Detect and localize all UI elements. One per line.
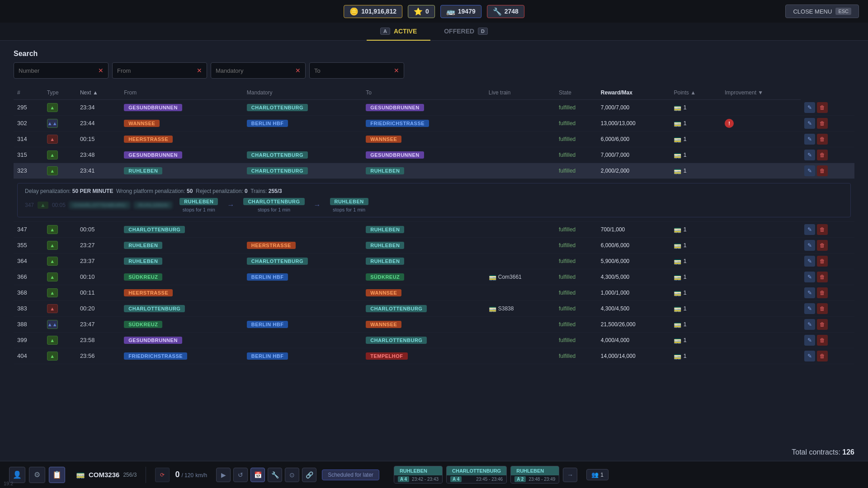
row-num: 388 [14, 316, 43, 332]
row-actions: ✎🗑 [801, 237, 854, 253]
to-input[interactable] [314, 67, 390, 74]
stop3-time: 23:48 - 23:49 [528, 477, 555, 482]
table-row[interactable]: 302 ▲▲ 23:44 Wannsee Berlin HBF Friedric… [14, 115, 854, 131]
row-points: 🚃1 [670, 285, 721, 300]
edit-button[interactable]: ✎ [804, 303, 815, 314]
link-button[interactable]: 🔗 [302, 468, 316, 482]
row-actions: ✎🗑 [801, 332, 854, 348]
money-icon: 🪙 [349, 7, 359, 16]
row-reward: 1,000/1,000 [597, 285, 670, 300]
resource2-icon: 🔧 [493, 7, 502, 16]
edit-button[interactable]: ✎ [804, 256, 815, 267]
col-from: From [120, 86, 243, 100]
mandatory-filter[interactable]: ✕ [211, 62, 306, 79]
table-row-selected[interactable]: 323 ▲ 23:41 Ruhleben Charlottenburg Ruhl… [14, 163, 854, 178]
to-clear-icon[interactable]: ✕ [390, 67, 399, 74]
row-num: 383 [14, 300, 43, 316]
delete-button[interactable]: 🗑 [817, 102, 828, 113]
to-badge: Gesundbrunnen [366, 104, 424, 111]
edit-button[interactable]: ✎ [804, 102, 815, 113]
nav-contracts-button[interactable]: 📋 [49, 467, 65, 483]
col-reward: Reward/Max [597, 86, 670, 100]
delete-button[interactable]: 🗑 [817, 150, 828, 160]
table-row[interactable]: 295 ▲ 23:34 Gesundbrunnen Charlottenburg… [14, 100, 854, 116]
col-points: Points ▲ [670, 86, 721, 100]
table-row[interactable]: 366 ▲ 00:10 Südkreuz Berlin HBF Südkreuz… [14, 269, 854, 285]
table-row[interactable]: 315 ▲ 23:48 Gesundbrunnen Charlottenburg… [14, 147, 854, 163]
mandatory-clear-icon[interactable]: ✕ [292, 67, 301, 74]
col-type: Type [43, 86, 76, 100]
delete-button[interactable]: 🗑 [817, 134, 828, 145]
delete-button[interactable]: 🗑 [817, 303, 828, 314]
nav-settings-button[interactable]: ⚙ [29, 467, 45, 483]
delete-button[interactable]: 🗑 [817, 272, 828, 282]
table-row[interactable]: 383 ▲ 00:20 Charlottenburg Charlottenbur… [14, 300, 854, 316]
delete-button[interactable]: 🗑 [817, 256, 828, 267]
refresh-button[interactable]: ↺ [233, 468, 248, 482]
type-icon: ▲▲ [47, 320, 58, 329]
mandatory-input[interactable] [216, 67, 292, 74]
table-row[interactable]: 399 ▲ 23:58 Gesundbrunnen Charlottenburg… [14, 332, 854, 348]
delete-button[interactable]: 🗑 [817, 335, 828, 346]
table-row[interactable]: 314 ▲ 00:15 Heerstraße Wannsee fulfilled… [14, 131, 854, 147]
number-clear-icon[interactable]: ✕ [94, 67, 104, 74]
resource2-value: 2748 [505, 8, 519, 15]
number-filter[interactable]: ✕ [14, 62, 108, 79]
row-from: Charlottenburg [120, 221, 243, 237]
table-row[interactable]: 368 ▲ 00:11 Heerstraße Wannsee fulfilled… [14, 285, 854, 300]
search-title: Search [14, 50, 854, 58]
from-input[interactable] [117, 67, 193, 74]
table-row[interactable]: 388 ▲▲ 23:47 Südkreuz Berlin HBF Wannsee… [14, 316, 854, 332]
edit-button[interactable]: ✎ [804, 240, 815, 251]
delete-button[interactable]: 🗑 [817, 118, 828, 129]
delete-button[interactable]: 🗑 [817, 224, 828, 235]
edit-button[interactable]: ✎ [804, 165, 815, 176]
row-state: fulfilled [555, 316, 597, 332]
edit-button[interactable]: ✎ [804, 351, 815, 361]
table-row[interactable]: 404 ▲ 23:56 Friedrichstraße Berlin HBF T… [14, 348, 854, 364]
col-next[interactable]: Next ▲ [76, 86, 120, 100]
edit-button[interactable]: ✎ [804, 134, 815, 145]
to-filter[interactable]: ✕ [309, 62, 404, 79]
play-button[interactable]: ▶ [216, 468, 231, 482]
edit-button[interactable]: ✎ [804, 335, 815, 346]
table-row[interactable]: 355 ▲ 23:27 Ruhleben Heerstraße Ruhleben… [14, 237, 854, 253]
delete-button[interactable]: 🗑 [817, 351, 828, 361]
row-reward: 2,000/2,000 [597, 163, 670, 178]
top-bar: 🪙 101,916,812 ⭐ 0 🚌 19479 🔧 2748 CLOSE M… [0, 0, 868, 23]
edit-button[interactable]: ✎ [804, 319, 815, 330]
row-to: Ruhleben [362, 253, 485, 269]
delete-button[interactable]: 🗑 [817, 287, 828, 298]
to-badge: Wannsee [366, 136, 401, 143]
row-num: 295 [14, 100, 43, 116]
schedule-button[interactable]: 📅 [250, 468, 265, 482]
mandatory-badge: Charlottenburg [247, 167, 308, 174]
row-live [485, 221, 555, 237]
delete-button[interactable]: 🗑 [817, 165, 828, 176]
next-stop-button[interactable]: → [563, 468, 577, 482]
from-filter[interactable]: ✕ [112, 62, 207, 79]
edit-button[interactable]: ✎ [804, 224, 815, 235]
tab-active[interactable]: A ACTIVE [367, 23, 430, 41]
target-button[interactable]: ⊙ [285, 468, 299, 482]
edit-button[interactable]: ✎ [804, 272, 815, 282]
edit-button[interactable]: ✎ [804, 118, 815, 129]
from-badge: Südkreuz [124, 321, 162, 328]
delete-button[interactable]: 🗑 [817, 319, 828, 330]
table-row[interactable]: 347 ▲ 00:05 Charlottenburg Ruhleben fulf… [14, 221, 854, 237]
close-menu-button[interactable]: CLOSE MENU ESC [785, 5, 859, 18]
edit-button[interactable]: ✎ [804, 287, 815, 298]
table-row[interactable]: 364 ▲ 23:37 Ruhleben Charlottenburg Ruhl… [14, 253, 854, 269]
tools-button[interactable]: 🔧 [268, 468, 282, 482]
row-from: Ruhleben [120, 253, 243, 269]
improvement-icon: ! [725, 119, 734, 128]
tab-offered[interactable]: OFFERED D [430, 23, 501, 41]
from-clear-icon[interactable]: ✕ [193, 67, 202, 74]
live-train-icon: 🚃 [489, 305, 496, 312]
delete-button[interactable]: 🗑 [817, 240, 828, 251]
points-train-icon: 🚃 [674, 305, 681, 312]
row-state: fulfilled [555, 269, 597, 285]
row-state: fulfilled [555, 115, 597, 131]
number-input[interactable] [19, 67, 94, 74]
edit-button[interactable]: ✎ [804, 150, 815, 160]
